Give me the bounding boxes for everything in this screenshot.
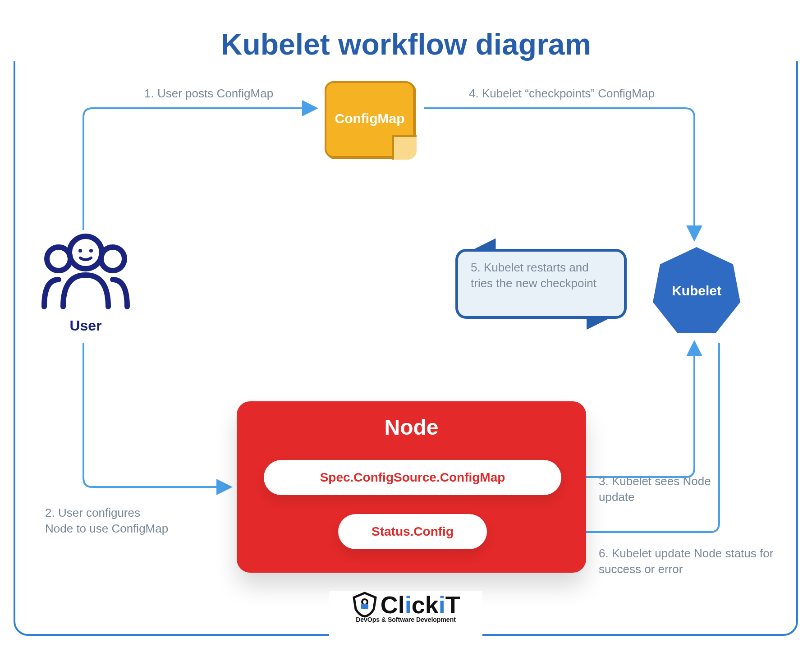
svg-point-3: [47, 247, 70, 271]
diagram-title: Kubelet workflow diagram: [203, 27, 609, 61]
node-pill-spec: Spec.ConfigSource.ConfigMap: [264, 460, 561, 495]
caption-step-1: 1. User posts ConfigMap: [144, 86, 273, 101]
configmap-label: ConfigMap: [325, 111, 415, 126]
configmap-note-fold-icon: [392, 135, 417, 160]
kubelet-workflow-diagram: Kubelet workflow diagram: [0, 0, 812, 657]
svg-point-4: [101, 247, 124, 271]
kubelet-label: Kubelet: [649, 283, 744, 299]
svg-point-0: [69, 236, 102, 269]
caption-step-6: 6. Kubelet update Node status for succes…: [599, 546, 788, 577]
caption-step-4: 4. Kubelet “checkpoints” ConfigMap: [469, 86, 655, 101]
kubelet-node: Kubelet: [649, 244, 744, 340]
node-pill-status: Status.Config: [338, 514, 487, 549]
configmap-node: ConfigMap: [325, 81, 415, 158]
shield-icon: [351, 591, 378, 618]
svg-point-2: [89, 249, 93, 253]
caption-step-3: 3. Kubelet sees Node update: [599, 473, 725, 505]
restart-box: 5. Kubelet restarts and tries the new ch…: [455, 249, 627, 319]
user-icon: [36, 230, 135, 311]
clickit-logo: ClickiT DevOps & Software Development: [329, 591, 482, 640]
user-label: User: [36, 317, 135, 334]
node-title: Node: [237, 401, 586, 440]
svg-point-1: [78, 249, 82, 253]
user-group: User: [36, 230, 135, 334]
caption-step-5: 5. Kubelet restarts and tries the new ch…: [458, 252, 624, 299]
svg-rect-7: [361, 604, 368, 609]
logo-text: ClickiT: [381, 591, 460, 619]
caption-step-2: 2. User configures Node to use ConfigMap: [45, 505, 168, 537]
diagram-title-wrap: Kubelet workflow diagram: [0, 27, 812, 61]
